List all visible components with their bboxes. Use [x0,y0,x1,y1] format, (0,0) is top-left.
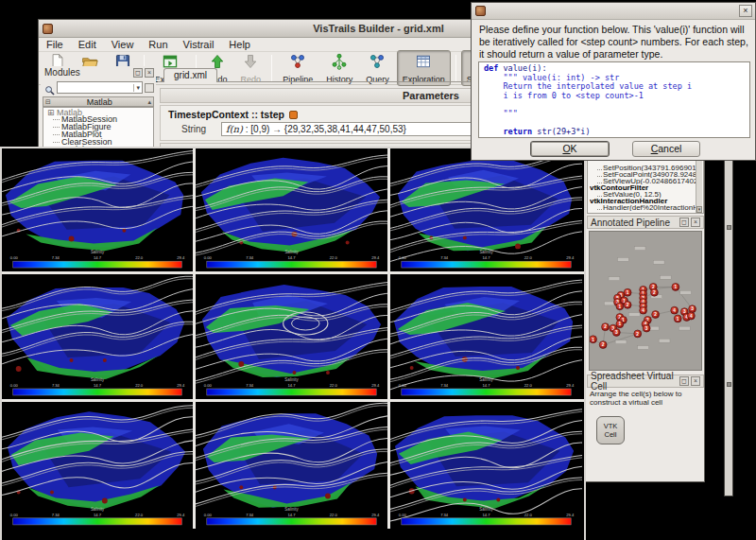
pipeline-node[interactable]: 1 [616,321,624,328]
pipeline-node[interactable]: 4 [687,312,695,320]
menu-item-view[interactable]: View [104,39,142,50]
pipeline-module-item[interactable]: vtkInteractionHandler [590,198,696,204]
exploration-link-icon[interactable] [289,111,298,119]
pipeline-node[interactable]: 2 [634,330,642,338]
background-window-edge [724,145,733,496]
spreadsheet-cell-1-1[interactable]: Salinity0.007.3414.722.029.4 [196,274,387,399]
colorbar-tick: 7.34 [246,513,254,517]
visualization-render: Salinity0.007.3414.722.029.4 [2,402,193,529]
spreadsheet-cell-0-2[interactable]: Salinity0.007.3414.722.029.4 [390,148,582,271]
pipeline-node[interactable]: 2 [651,288,659,296]
pipeline-node[interactable]: 1 [674,315,681,322]
spreadsheet-cell-1-0[interactable]: Salinity0.007.3414.722.029.4 [2,274,193,399]
float-panel-icon[interactable]: ◻ [133,68,143,78]
colorbar-tick: 0.00 [204,513,213,517]
pipeline-node[interactable]: 2 [602,323,610,331]
pipeline-node[interactable]: 3 [612,329,620,337]
pipeline-node[interactable]: 2 [652,311,660,319]
colorbar-tick: 22.0 [524,513,533,517]
annotated-pipeline-graph[interactable]: 13531121134442212112332432243314412 [589,231,702,371]
colorbar-tick: 29.4 [177,383,185,388]
close-icon[interactable]: × [739,5,752,17]
colorbar-title: Salinity [479,377,493,382]
visualization-render: Salinity0.007.3414.722.029.4 [390,148,582,271]
close-panel-icon[interactable]: × [691,218,700,227]
close-panel-icon[interactable]: × [691,376,700,386]
spreadsheet-cell-0-0[interactable]: Salinity0.007.3414.722.029.4 [2,148,193,271]
pipeline-node[interactable]: 3 [689,305,696,313]
module-search-row: ▾ [43,80,154,95]
annotated-pipeline-title: Annotated Pipeline [591,218,678,228]
cancel-button[interactable]: Cancel [632,141,700,157]
pipeline-node[interactable]: 1 [616,303,624,310]
chevron-down-icon[interactable]: ▾ [133,84,142,92]
method-item[interactable]: SetValue(0, 12.5) [590,191,696,198]
visualization-render: Salinity0.007.3414.722.029.4 [2,148,193,271]
svg-text:3: 3 [645,326,648,331]
colorbar-tick: 7.34 [246,255,254,260]
module-package-group[interactable]: ⊟ Matlab ▴ [43,96,154,107]
pipeline-node[interactable]: 4 [671,306,679,314]
colorbar-title: Salinity [91,377,105,382]
svg-text:4: 4 [673,308,676,313]
spreadsheet-cell-1-2[interactable]: Salinity0.007.3414.722.029.4 [390,274,582,399]
vistrails-app-icon [475,6,486,16]
menu-item-file[interactable]: File [39,39,71,50]
annotated-pipeline-header: Annotated Pipeline ◻ × [587,216,704,229]
ok-button[interactable]: OK [530,141,610,157]
svg-text:2: 2 [602,342,605,347]
colorbar-tick: 22.0 [330,513,338,517]
method-item[interactable]: SetPosition(343791.696901, 26... [590,165,696,171]
pipeline-node[interactable]: 1 [672,284,679,291]
menu-item-edit[interactable]: Edit [71,39,104,50]
pipeline-graph-canvas[interactable]: 13531121134442212112332432243314412 [590,232,701,370]
scroll-up-icon[interactable]: ▴ [146,98,153,106]
menu-item-vistrail[interactable]: Vistrail [176,39,222,50]
spreadsheet-cell-2-1[interactable]: Salinity0.007.3414.722.029.4 [196,402,387,529]
close-panel-icon[interactable]: × [145,68,154,78]
tree-branch-line [597,169,602,170]
method-item[interactable]: SetViewUp(-0.0248661740211, 0... [590,178,696,184]
spreadsheet-window: Salinity0.007.3414.722.029.4Salinity0.00… [0,147,586,540]
method-item[interactable]: SetFocalPoint(349078.924882, 2... [590,171,696,178]
spreadsheet-cell-0-1[interactable]: Salinity0.007.3414.722.029.4 [196,148,387,271]
colorbar-tick: 22.0 [135,513,144,517]
pipeline-node[interactable]: 4 [640,306,647,314]
pipeline-node[interactable]: 1 [590,336,596,343]
spreadsheet-cell-2-2[interactable]: Salinity0.007.3414.722.029.4 [390,402,582,529]
pipeline-module-item[interactable]: vtkContourFilter [590,184,696,191]
menu-item-help[interactable]: Help [221,39,258,50]
colorbar-tick: 0.00 [10,513,19,517]
code-editor[interactable]: def value(i): """ value(i: int) -> str R… [478,61,750,138]
colorbar-tick: 14.7 [482,383,490,388]
module-search-option-button[interactable] [145,83,154,93]
pipeline-node[interactable]: 2 [624,301,631,308]
background-panel-icon [727,225,731,230]
pipeline-node[interactable]: 3 [643,324,650,332]
vtk-cell-button[interactable]: VTK Cell [596,416,625,444]
svg-text:1: 1 [592,338,594,342]
tab-grid-xml[interactable]: grid.xml [163,68,217,82]
visualization-render: Salinity0.007.3414.722.029.4 [390,402,582,529]
method-item[interactable]: Handler(def%20InteractionHandl... [590,204,696,211]
module-search-input[interactable]: ▾ [57,81,143,94]
collapse-icon[interactable]: ⊟ [43,98,53,106]
float-panel-icon[interactable]: ◻ [679,376,689,386]
colorbar-tick: 29.4 [177,255,185,260]
modules-panel-title: Modules [44,67,131,78]
pipeline-node[interactable]: 2 [599,341,607,349]
float-panel-icon[interactable]: ◻ [679,218,689,227]
colorbar-tick: 0.00 [399,513,407,517]
colorbar-tick: 22.0 [135,255,144,260]
scroll-down-icon[interactable]: ▾ [696,206,702,213]
colorbar-tick: 14.7 [287,513,296,517]
visualization-render: Salinity0.007.3414.722.029.4 [196,148,387,271]
visualization-render: Salinity0.007.3414.722.029.4 [196,402,387,529]
svg-text:2: 2 [654,312,657,317]
dialog-titlebar[interactable] [472,3,755,20]
parameter-group-row: TimestepContext :: tstep [168,109,298,120]
pipeline-node[interactable]: 1 [624,288,631,296]
spreadsheet-cell-2-0[interactable]: Salinity0.007.3414.722.029.4 [2,402,193,529]
menu-item-run[interactable]: Run [141,39,175,50]
colorbar-tick: 29.4 [371,383,380,388]
